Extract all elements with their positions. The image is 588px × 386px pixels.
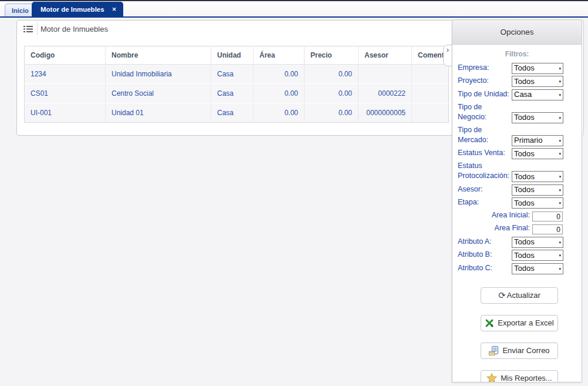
cell-area: 0.00 [254, 103, 305, 123]
atributo-a-filter-row: Atributo A: Todos▾ [457, 236, 582, 248]
column-header-precio[interactable]: Precio [305, 46, 359, 65]
etapa-label: Etapa: [457, 197, 512, 209]
tipo-negocio-select[interactable]: Todos [512, 112, 563, 123]
tab-inicio[interactable]: Inicio [5, 4, 36, 16]
proyecto-label: Proyecto: [457, 76, 512, 87]
atributo-a-label: Atributo A: [457, 237, 512, 248]
atributo-c-label: Atributo C: [457, 263, 512, 274]
cell-unidad: Casa [211, 84, 254, 103]
cell-precio: 0.00 [305, 84, 359, 103]
cell-asesor: 0000000005 [359, 103, 412, 123]
panel-buttons: ⟳ Actualizar Exportar a Excel [457, 287, 582, 383]
area-final-row: Area Final: [457, 223, 582, 234]
tipo-mercado-select[interactable]: Primario [512, 135, 563, 146]
mis-reportes-button-label: Mis Reportes... [501, 374, 552, 382]
tipo-negocio-label: Tipo de Negocio: [457, 102, 512, 123]
estatus-venta-select[interactable]: Todos [512, 148, 563, 159]
filters-heading: Filtros: [457, 50, 577, 59]
cell-unidad: Casa [211, 65, 254, 84]
panel-collapse-tab[interactable]: › [443, 45, 452, 66]
tab-motor-label: Motor de Inmuebles [40, 6, 104, 13]
close-icon[interactable]: ✕ [112, 7, 117, 12]
table-row[interactable]: 1234 Unidad Inmobiliaria Casa 0.00 0.00 [25, 65, 449, 84]
tipo-unidad-filter-row: Tipo de Unidad: Casa▾ [457, 89, 582, 100]
options-panel: Opciones Filtros: Empresa: Todos▾ Proyec… [452, 19, 582, 382]
tipo-mercado-filter-row: Tipo de Mercado: Primario▾ [457, 125, 582, 146]
area-final-label: Area Final: [457, 223, 532, 234]
column-header-codigo[interactable]: Codigo [25, 46, 106, 65]
column-header-nombre[interactable]: Nombre [106, 46, 211, 65]
table-row[interactable]: CS01 Centro Social Casa 0.00 0.00 000022… [25, 84, 449, 103]
cell-area: 0.00 [254, 65, 305, 84]
etapa-filter-row: Etapa: Todos▾ [457, 197, 582, 209]
asesor-label: Asesor: [457, 184, 512, 196]
cell-codigo: UI-001 [25, 103, 106, 123]
area-final-input[interactable] [532, 224, 563, 234]
exportar-excel-button[interactable]: Exportar a Excel [481, 315, 558, 331]
star-icon [486, 373, 497, 382]
options-panel-title: Opciones [500, 28, 533, 36]
column-header-area[interactable]: Área [254, 46, 305, 65]
atributo-b-label: Atributo B: [457, 250, 512, 261]
list-icon[interactable] [22, 24, 34, 33]
actualizar-button-label: Actualizar [507, 291, 540, 300]
page-title: Motor de Inmuebles [40, 25, 108, 33]
atributo-b-filter-row: Atributo B: Todos▾ [457, 250, 582, 261]
cell-nombre: Centro Social [106, 84, 211, 103]
tipo-mercado-label: Tipo de Mercado: [457, 125, 512, 146]
cell-nombre: Unidad 01 [106, 103, 211, 123]
cell-nombre: Unidad Inmobiliaria [106, 65, 211, 84]
atributo-c-select[interactable]: Todos [512, 263, 563, 274]
estatus-protocolizacion-label: Estatus Protocolización: [457, 161, 512, 182]
exportar-excel-button-label: Exportar a Excel [498, 318, 553, 327]
cell-comentario [412, 65, 449, 84]
toolbar-separator [37, 22, 38, 35]
area-inicial-label: Area Inicial: [457, 210, 532, 221]
table-row[interactable]: UI-001 Unidad 01 Casa 0.00 0.00 00000000… [25, 103, 449, 123]
tab-motor-de-inmuebles[interactable]: Motor de Inmuebles ✕ [32, 2, 123, 16]
cell-asesor [359, 65, 412, 84]
proyecto-filter-row: Proyecto: Todos▾ [457, 76, 582, 88]
asesor-filter-row: Asesor: Todos▾ [457, 184, 582, 196]
area-inicial-row: Area Inicial: [457, 210, 582, 221]
cell-comentario [412, 103, 449, 123]
cell-asesor: 0000222 [359, 84, 412, 103]
cell-precio: 0.00 [305, 103, 359, 123]
estatus-protocolizacion-filter-row: Estatus Protocolización: Todos▾ [457, 161, 582, 182]
atributo-c-filter-row: Atributo C: Todos▾ [457, 263, 582, 274]
tab-inicio-label: Inicio [12, 7, 29, 14]
empresa-select[interactable]: Todos [512, 63, 563, 74]
asesor-select[interactable]: Todos [512, 184, 563, 196]
atributo-b-select[interactable]: Todos [512, 250, 563, 261]
estatus-protocolizacion-select[interactable]: Todos [512, 171, 563, 182]
empresa-filter-row: Empresa: Todos▾ [457, 62, 582, 74]
atributo-a-select[interactable]: Todos [512, 237, 563, 248]
cell-area: 0.00 [254, 84, 305, 103]
refresh-icon: ⟳ [498, 291, 506, 300]
column-header-asesor[interactable]: Asesor [359, 46, 412, 65]
chevron-right-icon: › [447, 45, 449, 54]
cell-codigo: CS01 [25, 84, 106, 103]
area-inicial-input[interactable] [532, 212, 563, 221]
tipo-unidad-label: Tipo de Unidad: [457, 89, 512, 100]
options-panel-header: Opciones [452, 20, 582, 45]
active-tab-underline [0, 16, 588, 18]
cell-codigo: 1234 [25, 65, 106, 84]
tipo-negocio-filter-row: Tipo de Negocio: Todos▾ [457, 102, 582, 123]
estatus-venta-label: Estatus Venta: [457, 148, 512, 159]
inmuebles-grid: Codigo Nombre Unidad Área Precio Asesor … [24, 46, 448, 123]
actualizar-button[interactable]: ⟳ Actualizar [481, 287, 558, 304]
enviar-correo-button[interactable]: Enviar Correo [481, 343, 558, 359]
column-header-unidad[interactable]: Unidad [211, 46, 254, 65]
cell-precio: 0.00 [305, 65, 359, 84]
options-panel-body: Filtros: Empresa: Todos▾ Proyecto: Todos… [452, 45, 582, 382]
etapa-select[interactable]: Todos [512, 197, 563, 209]
proyecto-select[interactable]: Todos [512, 76, 563, 87]
estatus-venta-filter-row: Estatus Venta: Todos▾ [457, 148, 582, 160]
tipo-unidad-select[interactable]: Casa [512, 89, 563, 100]
cell-unidad: Casa [211, 103, 254, 123]
cell-comentario [412, 84, 449, 103]
empresa-label: Empresa: [457, 63, 512, 74]
mis-reportes-button[interactable]: Mis Reportes... [481, 370, 558, 383]
mail-icon [489, 346, 499, 355]
